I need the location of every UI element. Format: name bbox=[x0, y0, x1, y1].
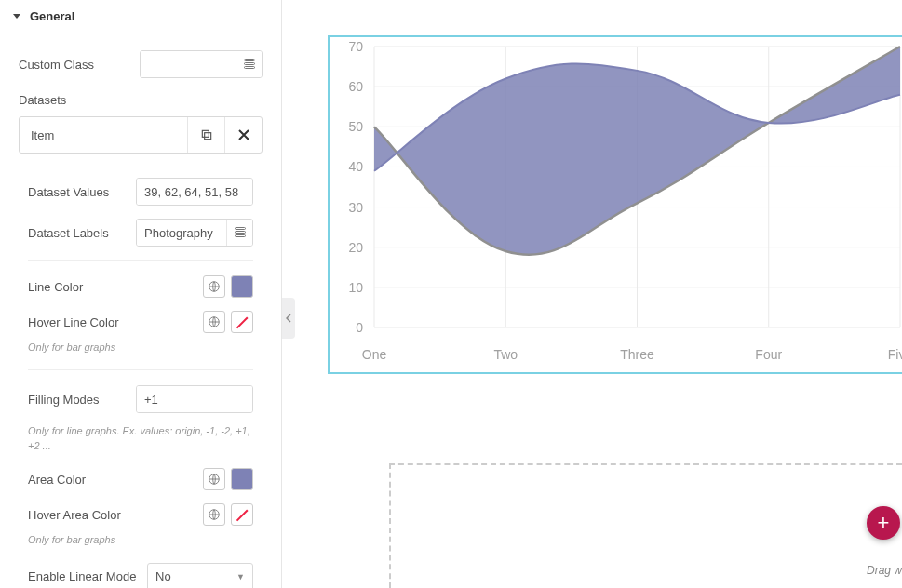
line-color-swatch[interactable] bbox=[231, 275, 253, 298]
svg-text:70: 70 bbox=[348, 39, 363, 54]
filling-modes-input[interactable] bbox=[137, 386, 252, 412]
database-icon bbox=[235, 227, 246, 238]
svg-text:60: 60 bbox=[348, 79, 363, 94]
dataset-values-input[interactable] bbox=[137, 179, 252, 205]
line-color-label: Line Color bbox=[28, 280, 128, 294]
caret-down-icon bbox=[13, 14, 20, 19]
svg-text:Four: Four bbox=[755, 347, 782, 362]
filling-hint: Only for line graphs. Ex. values: origin… bbox=[28, 424, 253, 453]
db-picker-button-2[interactable] bbox=[226, 220, 252, 246]
globe-icon bbox=[208, 315, 221, 328]
svg-text:20: 20 bbox=[348, 240, 363, 255]
svg-text:50: 50 bbox=[348, 119, 363, 134]
drop-zone[interactable]: Drag w bbox=[389, 463, 902, 588]
settings-sidebar: General Custom Class Datasets Item bbox=[0, 0, 282, 588]
close-icon bbox=[238, 129, 249, 140]
hover-area-color-swatch[interactable] bbox=[231, 503, 253, 526]
area-color-label: Area Color bbox=[28, 473, 128, 487]
svg-rect-0 bbox=[204, 133, 210, 140]
datasets-label: Datasets bbox=[19, 93, 263, 107]
custom-class-label: Custom Class bbox=[19, 58, 130, 72]
plus-icon: + bbox=[878, 511, 890, 535]
db-picker-button[interactable] bbox=[236, 51, 262, 77]
svg-text:10: 10 bbox=[348, 280, 363, 295]
globe-button[interactable] bbox=[203, 275, 225, 298]
bar-graph-hint-2: Only for bar graphs bbox=[28, 533, 253, 547]
globe-button[interactable] bbox=[203, 311, 225, 333]
globe-icon bbox=[208, 280, 221, 293]
section-title: General bbox=[30, 9, 74, 23]
area-color-swatch[interactable] bbox=[231, 468, 253, 490]
svg-text:0: 0 bbox=[356, 320, 363, 335]
dataset-item-title[interactable]: Item bbox=[20, 117, 187, 153]
collapse-sidebar-button[interactable] bbox=[282, 298, 295, 339]
svg-text:One: One bbox=[362, 347, 387, 362]
globe-button[interactable] bbox=[203, 503, 225, 526]
svg-text:Five: Five bbox=[888, 347, 902, 362]
dataset-subfields: Dataset Values Dataset Labels Line Color bbox=[19, 165, 263, 588]
add-fab-button[interactable]: + bbox=[867, 506, 900, 540]
section-header-general[interactable]: General bbox=[0, 0, 281, 33]
custom-class-input[interactable] bbox=[141, 51, 236, 77]
divider bbox=[28, 369, 253, 370]
dataset-values-label: Dataset Values bbox=[28, 185, 128, 199]
svg-text:30: 30 bbox=[348, 200, 363, 215]
hover-line-color-swatch[interactable] bbox=[231, 311, 253, 333]
globe-icon bbox=[208, 473, 221, 486]
dataset-labels-input[interactable] bbox=[137, 220, 226, 246]
dataset-item: Item bbox=[19, 116, 263, 154]
hover-area-color-label: Hover Area Color bbox=[28, 508, 128, 522]
svg-text:Two: Two bbox=[493, 347, 518, 362]
chart-canvas[interactable]: 010203040506070OneTwoThreeFourFive bbox=[328, 35, 902, 374]
globe-button[interactable] bbox=[203, 468, 225, 490]
divider bbox=[28, 260, 253, 261]
chevron-down-icon: ▼ bbox=[236, 572, 245, 581]
enable-linear-select[interactable]: No ▼ bbox=[147, 563, 253, 588]
delete-button[interactable] bbox=[224, 117, 262, 153]
filling-modes-label: Filling Modes bbox=[28, 393, 128, 407]
dataset-labels-label: Dataset Labels bbox=[28, 226, 128, 240]
svg-text:40: 40 bbox=[348, 159, 363, 174]
enable-linear-value: No bbox=[155, 569, 171, 583]
duplicate-button[interactable] bbox=[187, 117, 224, 153]
chevron-left-icon bbox=[286, 314, 291, 323]
enable-linear-label: Enable Linear Mode bbox=[28, 569, 140, 583]
database-icon bbox=[244, 59, 255, 70]
hover-line-color-label: Hover Line Color bbox=[28, 315, 128, 329]
chart-plot: 010203040506070OneTwoThreeFourFive bbox=[330, 37, 902, 372]
panel-body: Custom Class Datasets Item bbox=[0, 33, 281, 588]
svg-rect-1 bbox=[202, 130, 209, 137]
drop-hint-text: Drag w bbox=[867, 564, 902, 577]
copy-icon bbox=[200, 128, 213, 141]
globe-icon bbox=[208, 508, 221, 521]
svg-text:Three: Three bbox=[620, 347, 654, 362]
bar-graph-hint: Only for bar graphs bbox=[28, 341, 253, 354]
